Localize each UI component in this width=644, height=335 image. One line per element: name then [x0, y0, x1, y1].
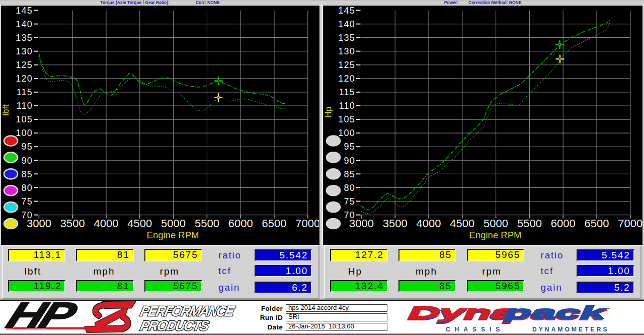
svg-text:4000: 4000	[94, 217, 119, 230]
svg-text:7000: 7000	[295, 217, 319, 230]
svg-text:120: 120	[16, 74, 33, 84]
svg-text:75: 75	[344, 196, 355, 207]
svg-text:80: 80	[344, 183, 355, 193]
svg-text:5000: 5000	[161, 217, 186, 230]
svg-text:85: 85	[344, 169, 355, 179]
svg-text:4500: 4500	[450, 217, 474, 230]
svg-text:115: 115	[17, 87, 33, 97]
svg-text:145: 145	[16, 6, 33, 16]
svg-text:3000: 3000	[27, 217, 51, 230]
svg-text:80: 80	[22, 183, 33, 193]
svg-text:6500: 6500	[262, 217, 287, 230]
svg-text:Engine RPM: Engine RPM	[469, 230, 521, 240]
svg-text:90: 90	[344, 156, 355, 166]
svg-text:110: 110	[339, 101, 355, 111]
svg-text:95: 95	[344, 142, 355, 152]
svg-text:105: 105	[16, 114, 33, 124]
svg-text:130: 130	[338, 46, 355, 56]
svg-text:110: 110	[17, 101, 33, 111]
svg-text:125: 125	[338, 60, 355, 70]
svg-text:4500: 4500	[127, 217, 152, 230]
svg-text:145: 145	[338, 6, 355, 16]
svg-text:6500: 6500	[584, 217, 609, 230]
svg-text:7000: 7000	[618, 217, 642, 230]
svg-text:135: 135	[338, 33, 355, 43]
svg-text:6000: 6000	[551, 217, 576, 230]
svg-text:75: 75	[22, 196, 33, 207]
svg-text:105: 105	[338, 114, 355, 124]
svg-text:125: 125	[16, 60, 33, 70]
svg-text:5500: 5500	[517, 217, 542, 230]
svg-text:140: 140	[16, 19, 33, 29]
svg-text:5500: 5500	[195, 217, 219, 230]
svg-text:Hp: Hp	[324, 107, 333, 118]
svg-text:135: 135	[16, 33, 33, 43]
svg-text:HP: HP	[2, 301, 83, 335]
svg-text:DYNAMOMETERS: DYNAMOMETERS	[532, 326, 609, 333]
svg-text:PERFORMANCE: PERFORMANCE	[139, 303, 236, 319]
svg-text:140: 140	[338, 19, 355, 29]
svg-text:5000: 5000	[484, 217, 508, 230]
svg-text:95: 95	[22, 142, 33, 152]
svg-text:lbft: lbft	[1, 104, 11, 116]
svg-text:120: 120	[338, 74, 355, 84]
svg-text:100: 100	[16, 128, 33, 138]
svg-text:85: 85	[22, 169, 33, 179]
svg-text:Engine RPM: Engine RPM	[147, 230, 199, 240]
svg-text:pack: pack	[504, 302, 607, 322]
svg-text:100: 100	[338, 128, 355, 138]
svg-text:Dyna: Dyna	[409, 302, 516, 322]
svg-text:3500: 3500	[383, 217, 408, 230]
svg-text:3000: 3000	[349, 217, 374, 230]
svg-text:130: 130	[16, 46, 33, 56]
svg-text:4000: 4000	[416, 217, 441, 230]
svg-text:6000: 6000	[228, 217, 253, 230]
svg-text:3500: 3500	[60, 217, 85, 230]
svg-text:PRODUCTS: PRODUCTS	[139, 318, 211, 333]
svg-text:115: 115	[339, 87, 355, 97]
svg-text:90: 90	[22, 156, 33, 166]
svg-text:CHASSIS: CHASSIS	[446, 326, 504, 333]
